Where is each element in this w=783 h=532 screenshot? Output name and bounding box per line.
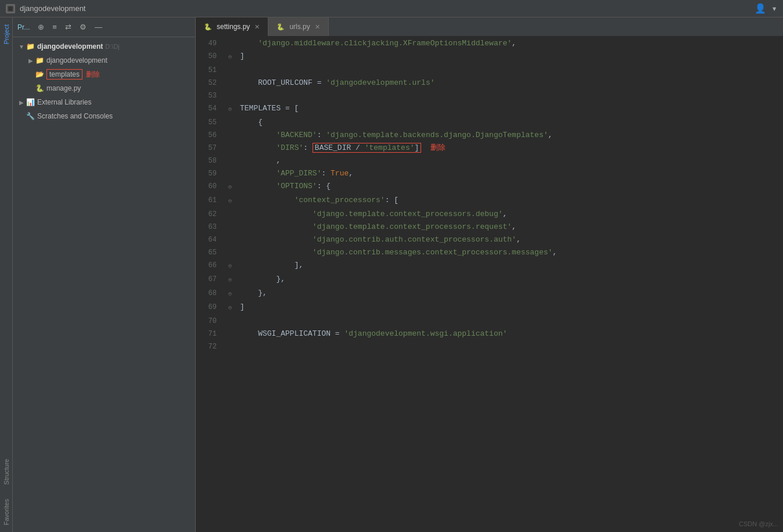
code-line-72: 72 <box>196 340 783 353</box>
line-num-55: 55 <box>196 116 225 129</box>
py-icon-manage: 🐍 <box>35 84 44 93</box>
list-toolbar-btn[interactable]: ≡ <box>50 21 59 33</box>
fold-66[interactable]: ⊖ <box>228 263 232 269</box>
line-num-70: 70 <box>196 315 225 328</box>
line-content-63: 'django.template.context_processors.requ… <box>235 221 783 233</box>
line-content-69: ] <box>235 301 783 315</box>
tree-arrow-manage <box>27 84 35 92</box>
fold-67[interactable]: ⊖ <box>228 277 232 283</box>
watermark: CSDN @zjx... <box>739 520 778 527</box>
line-gutter-71 <box>225 328 235 340</box>
line-content-51 <box>235 64 783 77</box>
folder-icon-sub: 📁 <box>35 56 44 65</box>
line-content-70 <box>235 315 783 328</box>
dirs-delete-label: 删除 <box>430 143 446 152</box>
line-content-72 <box>235 340 783 353</box>
add-toolbar-btn[interactable]: ⊕ <box>35 21 46 33</box>
structure-side-tab[interactable]: Structure <box>1 452 12 492</box>
tree-label-scratches: Scratches and Consoles <box>37 112 113 120</box>
line-content-57: 'DIRS': BASE_DIR / 'templates'] 删除 <box>235 142 783 154</box>
line-num-54: 54 <box>196 102 225 116</box>
line-num-53: 53 <box>196 89 225 102</box>
tree-item-scratches[interactable]: 🔧 Scratches and Consoles <box>13 109 195 123</box>
fold-50[interactable]: ⊖ <box>228 54 232 60</box>
code-editor[interactable]: 49 'django.middleware.clickjacking.XFram… <box>196 37 783 532</box>
user-profile-icon[interactable]: 👤 ▾ <box>755 3 777 15</box>
tab-urls-label: urls.py <box>289 23 310 31</box>
line-num-61: 61 <box>196 194 225 208</box>
code-line-57: 57 'DIRS': BASE_DIR / 'templates'] 删除 <box>196 142 783 154</box>
fold-54[interactable]: ⊖ <box>228 106 232 113</box>
line-num-49: 49 <box>196 37 225 50</box>
tab-urls[interactable]: 🐍 urls.py ✕ <box>268 17 328 36</box>
line-content-55: { <box>235 116 783 129</box>
line-content-58: , <box>235 154 783 167</box>
code-line-68: 68 ⊖ }, <box>196 287 783 301</box>
settings-toolbar-btn[interactable]: ⚙ <box>77 21 89 33</box>
title-bar-controls: 👤 ▾ <box>755 3 777 15</box>
line-gutter-65 <box>225 246 235 259</box>
line-gutter-63 <box>225 221 235 233</box>
tree-item-root[interactable]: ▼ 📁 djangodevelopment D:\Dj <box>13 39 195 53</box>
line-gutter-51 <box>225 64 235 77</box>
sync-toolbar-btn[interactable]: ⇄ <box>63 21 74 33</box>
favorites-side-tab[interactable]: Favorites <box>1 492 12 532</box>
code-line-65: 65 'django.contrib.messages.context_proc… <box>196 246 783 259</box>
tree-item-manage[interactable]: 🐍 manage.py <box>13 81 195 95</box>
code-line-52: 52 ROOT_URLCONF = 'djangodevelopment.url… <box>196 77 783 89</box>
line-gutter-60: ⊖ <box>225 180 235 194</box>
project-side-tab[interactable]: Project <box>1 17 12 51</box>
line-content-56: 'BACKEND': 'django.template.backends.dja… <box>235 129 783 142</box>
code-line-62: 62 'django.template.context_processors.d… <box>196 208 783 221</box>
tree-item-external-libs[interactable]: ▶ 📊 External Libraries <box>13 95 195 109</box>
code-line-64: 64 'django.contrib.auth.context_processo… <box>196 233 783 246</box>
line-gutter-49 <box>225 37 235 50</box>
fold-68[interactable]: ⊖ <box>228 291 232 297</box>
line-num-59: 59 <box>196 167 225 180</box>
code-line-53: 53 <box>196 89 783 102</box>
line-content-67: }, <box>235 273 783 287</box>
line-content-61: 'context_processors': [ <box>235 194 783 208</box>
line-content-71: WSGI_APPLICATION = 'djangodevelopment.ws… <box>235 328 783 340</box>
line-gutter-54: ⊖ <box>225 102 235 116</box>
line-content-64: 'django.contrib.auth.context_processors.… <box>235 233 783 246</box>
left-side-tabs: Project Structure Favorites <box>0 17 13 532</box>
code-lines: 49 'django.middleware.clickjacking.XFram… <box>196 37 783 353</box>
code-line-70: 70 <box>196 315 783 328</box>
tree-item-templates[interactable]: 📂 templates 删除 <box>13 67 195 81</box>
svg-rect-1 <box>8 6 13 11</box>
code-line-69: 69 ⊖ ] <box>196 301 783 315</box>
line-num-50: 50 <box>196 50 225 64</box>
tree-label-root: djangodevelopment <box>37 42 103 51</box>
scratches-icon: 🔧 <box>26 112 35 121</box>
code-line-56: 56 'BACKEND': 'django.template.backends.… <box>196 129 783 142</box>
window-title: djangodevelopment <box>20 4 85 13</box>
tab-settings[interactable]: 🐍 settings.py ✕ <box>196 17 268 36</box>
fold-60[interactable]: ⊖ <box>228 184 232 190</box>
tab-urls-close[interactable]: ✕ <box>315 24 320 30</box>
line-num-71: 71 <box>196 328 225 340</box>
fold-61[interactable]: ⊖ <box>228 198 232 204</box>
code-line-61: 61 ⊖ 'context_processors': [ <box>196 194 783 208</box>
project-label: Pr... <box>17 23 30 31</box>
tree-item-djangodevelopment-sub[interactable]: ▶ 📁 djangodevelopment <box>13 53 195 67</box>
tab-settings-label: settings.py <box>217 23 250 31</box>
line-content-66: ], <box>235 259 783 273</box>
line-content-52: ROOT_URLCONF = 'djangodevelopment.urls' <box>235 77 783 89</box>
code-line-60: 60 ⊖ 'OPTIONS': { <box>196 180 783 194</box>
line-gutter-70 <box>225 315 235 328</box>
tab-settings-close[interactable]: ✕ <box>254 24 260 30</box>
code-line-63: 63 'django.template.context_processors.r… <box>196 221 783 233</box>
tree-label-manage: manage.py <box>46 84 81 92</box>
line-content-62: 'django.template.context_processors.debu… <box>235 208 783 221</box>
line-num-63: 63 <box>196 221 225 233</box>
tab-bar: 🐍 settings.py ✕ 🐍 urls.py ✕ <box>196 17 783 37</box>
line-content-50: ] <box>235 50 783 64</box>
fold-69[interactable]: ⊖ <box>228 305 232 311</box>
line-content-49: 'django.middleware.clickjacking.XFrameOp… <box>235 37 783 50</box>
line-num-64: 64 <box>196 233 225 246</box>
folder-icon-templates: 📂 <box>35 70 44 79</box>
line-num-60: 60 <box>196 180 225 194</box>
code-line-67: 67 ⊖ }, <box>196 273 783 287</box>
hide-toolbar-btn[interactable]: — <box>92 21 105 33</box>
